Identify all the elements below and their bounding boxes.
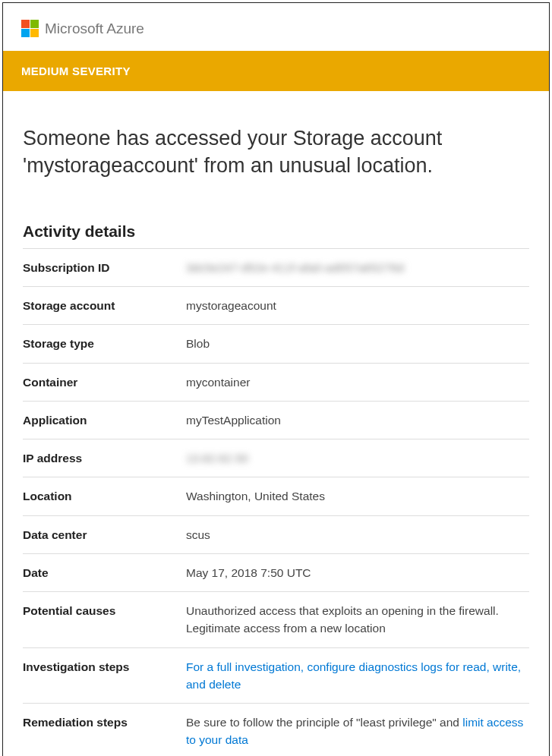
table-row: Subscription ID 3dc5e247-d52e-411f-afa0-… xyxy=(23,248,529,286)
table-row: Potential causes Unauthorized access tha… xyxy=(23,592,529,648)
detail-value: 13.82.62.50 xyxy=(186,439,529,477)
table-row: Storage account mystorageacount xyxy=(23,287,529,325)
detail-label: Container xyxy=(23,363,186,401)
detail-label: Date xyxy=(23,553,186,591)
detail-value: Blob xyxy=(186,325,529,363)
alert-card: Microsoft Azure MEDIUM SEVERITY Someone … xyxy=(2,2,550,756)
detail-label: Subscription ID xyxy=(23,248,186,286)
severity-label: MEDIUM SEVERITY xyxy=(21,65,131,77)
table-row: Storage type Blob xyxy=(23,325,529,363)
table-row: Data center scus xyxy=(23,515,529,553)
detail-value: May 17, 2018 7:50 UTC xyxy=(186,553,529,591)
detail-label: Storage type xyxy=(23,325,186,363)
detail-value: mycontainer xyxy=(186,363,529,401)
detail-label: Location xyxy=(23,477,186,515)
table-row: Container mycontainer xyxy=(23,363,529,401)
brand-header: Microsoft Azure xyxy=(3,3,549,51)
detail-label: Potential causes xyxy=(23,592,186,648)
brand-text: Microsoft Azure xyxy=(45,20,144,37)
table-row: Location Washington, United States xyxy=(23,477,529,515)
alert-title: Someone has accessed your Storage accoun… xyxy=(23,124,529,180)
detail-value: For a full investigation, configure diag… xyxy=(186,647,529,704)
detail-value: 3dc5e247-d52e-411f-afa0-ad057a65276d xyxy=(186,248,529,286)
activity-details-heading: Activity details xyxy=(23,222,529,241)
detail-value: Unauthorized access that exploits an ope… xyxy=(186,592,529,648)
table-row: Application myTestApplication xyxy=(23,401,529,439)
table-row: Investigation steps For a full investiga… xyxy=(23,647,529,704)
detail-label: Storage account xyxy=(23,287,186,325)
detail-value: Washington, United States xyxy=(186,477,529,515)
detail-label: Application xyxy=(23,401,186,439)
detail-value: scus xyxy=(186,515,529,553)
detail-label: IP address xyxy=(23,439,186,477)
table-row: Remediation steps Be sure to follow the … xyxy=(23,704,529,756)
detail-value: Be sure to follow the principle of "leas… xyxy=(186,704,529,756)
investigation-link[interactable]: For a full investigation, configure diag… xyxy=(186,660,521,691)
detail-value: mystorageacount xyxy=(186,287,529,325)
detail-label: Remediation steps xyxy=(23,704,186,756)
activity-details-table: Subscription ID 3dc5e247-d52e-411f-afa0-… xyxy=(23,248,529,756)
table-row: IP address 13.82.62.50 xyxy=(23,439,529,477)
remediation-text: Be sure to follow the principle of "leas… xyxy=(186,716,462,729)
severity-banner: MEDIUM SEVERITY xyxy=(3,51,549,91)
detail-label: Data center xyxy=(23,515,186,553)
microsoft-logo-icon xyxy=(21,20,39,37)
detail-value: myTestApplication xyxy=(186,401,529,439)
table-row: Date May 17, 2018 7:50 UTC xyxy=(23,553,529,591)
detail-label: Investigation steps xyxy=(23,647,186,704)
alert-content: Someone has accessed your Storage accoun… xyxy=(3,91,549,756)
